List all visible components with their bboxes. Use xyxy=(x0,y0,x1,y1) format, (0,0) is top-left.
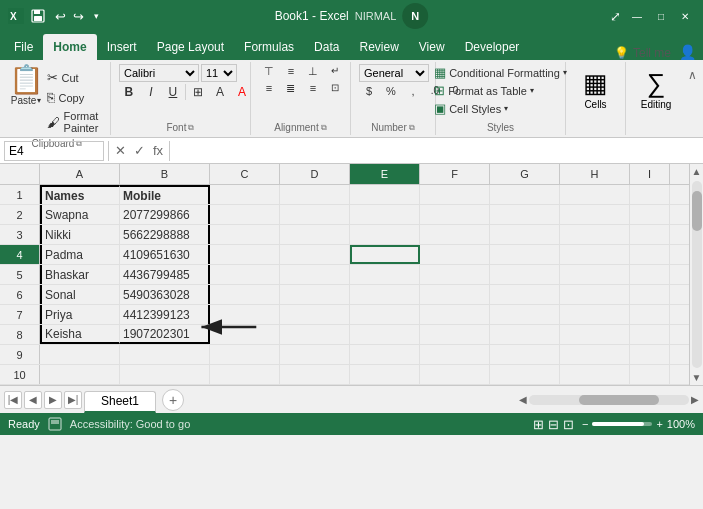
editing-main-btn[interactable]: ∑ Editing xyxy=(633,64,680,114)
cell-A6[interactable]: Sonal xyxy=(40,285,120,304)
tab-view[interactable]: View xyxy=(409,34,455,60)
cell-G2[interactable] xyxy=(490,205,560,224)
page-layout-view-btn[interactable]: ⊟ xyxy=(548,417,559,432)
cell-I10[interactable] xyxy=(630,365,670,384)
cell-H4[interactable] xyxy=(560,245,630,264)
format-painter-btn[interactable]: 🖌 Format Painter xyxy=(43,108,110,136)
sheet-tab-sheet1[interactable]: Sheet1 xyxy=(84,391,156,413)
cell-B2[interactable]: 2077299866 xyxy=(120,205,210,224)
font-color-btn[interactable]: A xyxy=(232,84,252,100)
currency-btn[interactable]: $ xyxy=(359,84,379,98)
middle-align-btn[interactable]: ≡ xyxy=(281,64,301,79)
minimize-btn[interactable]: — xyxy=(627,6,647,26)
cell-B6[interactable]: 5490363028 xyxy=(120,285,210,304)
font-size-select[interactable]: 11 xyxy=(201,64,237,82)
cell-A8[interactable]: Keisha xyxy=(40,325,120,344)
tell-me-box[interactable]: 💡 Tell me xyxy=(606,46,679,60)
cell-F3[interactable] xyxy=(420,225,490,244)
tab-insert[interactable]: Insert xyxy=(97,34,147,60)
cell-B3[interactable]: 5662298888 xyxy=(120,225,210,244)
cell-I8[interactable] xyxy=(630,325,670,344)
row-header-2[interactable]: 2 xyxy=(0,205,40,224)
profile-avatar[interactable]: N xyxy=(402,3,428,29)
normal-view-btn[interactable]: ⊞ xyxy=(533,417,544,432)
cell-F1[interactable] xyxy=(420,185,490,204)
add-sheet-btn[interactable]: + xyxy=(162,389,184,411)
cell-C5[interactable] xyxy=(210,265,280,284)
cell-G3[interactable] xyxy=(490,225,560,244)
cell-C1[interactable] xyxy=(210,185,280,204)
cell-D1[interactable] xyxy=(280,185,350,204)
cell-B9[interactable] xyxy=(120,345,210,364)
close-btn[interactable]: ✕ xyxy=(675,6,695,26)
cell-I5[interactable] xyxy=(630,265,670,284)
wrap-text-btn[interactable]: ↵ xyxy=(325,64,345,79)
col-header-e[interactable]: E xyxy=(350,164,420,184)
row-header-4[interactable]: 4 xyxy=(0,245,40,264)
zoom-slider[interactable] xyxy=(592,422,652,426)
merge-btn[interactable]: ⊡ xyxy=(325,81,345,96)
cell-C6[interactable] xyxy=(210,285,280,304)
undo-btn[interactable]: ↩ xyxy=(52,8,68,24)
row-header-6[interactable]: 6 xyxy=(0,285,40,304)
cell-E5[interactable] xyxy=(350,265,420,284)
cell-G7[interactable] xyxy=(490,305,560,324)
cell-G9[interactable] xyxy=(490,345,560,364)
sheet-nav-prev[interactable]: ◀ xyxy=(24,391,42,409)
sheet-nav-next[interactable]: ▶ xyxy=(44,391,62,409)
tab-data[interactable]: Data xyxy=(304,34,349,60)
copy-btn[interactable]: ⎘ Copy xyxy=(43,88,110,107)
cell-G1[interactable] xyxy=(490,185,560,204)
conditional-formatting-btn[interactable]: ▦ Conditional Formatting ▾ xyxy=(430,64,571,81)
alignment-expand-icon[interactable]: ⧉ xyxy=(321,123,327,133)
cell-C9[interactable] xyxy=(210,345,280,364)
cell-styles-btn[interactable]: ▣ Cell Styles ▾ xyxy=(430,100,571,117)
cell-I1[interactable] xyxy=(630,185,670,204)
cell-E9[interactable] xyxy=(350,345,420,364)
cell-E8[interactable] xyxy=(350,325,420,344)
row-header-3[interactable]: 3 xyxy=(0,225,40,244)
cell-I7[interactable] xyxy=(630,305,670,324)
comma-btn[interactable]: , xyxy=(403,84,423,98)
row-header-5[interactable]: 5 xyxy=(0,265,40,284)
cell-E7[interactable] xyxy=(350,305,420,324)
cell-G5[interactable] xyxy=(490,265,560,284)
cell-B1[interactable]: Mobile xyxy=(120,185,210,204)
row-header-9[interactable]: 9 xyxy=(0,345,40,364)
cell-G8[interactable] xyxy=(490,325,560,344)
scroll-v-thumb[interactable] xyxy=(692,191,702,231)
cell-F8[interactable] xyxy=(420,325,490,344)
col-header-d[interactable]: D xyxy=(280,164,350,184)
fill-color-btn[interactable]: A xyxy=(210,84,230,100)
scroll-right-btn[interactable]: ▶ xyxy=(691,394,699,405)
maximize-btn[interactable]: □ xyxy=(651,6,671,26)
italic-btn[interactable]: I xyxy=(141,84,161,100)
bold-btn[interactable]: B xyxy=(119,84,139,100)
col-header-h[interactable]: H xyxy=(560,164,630,184)
cell-F6[interactable] xyxy=(420,285,490,304)
scroll-h-thumb[interactable] xyxy=(579,395,659,405)
border-btn[interactable]: ⊞ xyxy=(188,84,208,100)
cell-H2[interactable] xyxy=(560,205,630,224)
cell-I9[interactable] xyxy=(630,345,670,364)
col-header-i[interactable]: I xyxy=(630,164,670,184)
cell-H3[interactable] xyxy=(560,225,630,244)
cell-A10[interactable] xyxy=(40,365,120,384)
scroll-up-btn[interactable]: ▲ xyxy=(690,164,703,179)
cell-A9[interactable] xyxy=(40,345,120,364)
cell-F7[interactable] xyxy=(420,305,490,324)
tab-formulas[interactable]: Formulas xyxy=(234,34,304,60)
row-header-10[interactable]: 10 xyxy=(0,365,40,384)
right-align-btn[interactable]: ≡ xyxy=(303,81,323,96)
cell-G6[interactable] xyxy=(490,285,560,304)
cell-D4[interactable] xyxy=(280,245,350,264)
cell-A5[interactable]: Bhaskar xyxy=(40,265,120,284)
cell-D2[interactable] xyxy=(280,205,350,224)
cell-C8[interactable] xyxy=(210,325,280,344)
cell-E2[interactable] xyxy=(350,205,420,224)
cell-D6[interactable] xyxy=(280,285,350,304)
format-as-table-btn[interactable]: ⊞ Format as Table ▾ xyxy=(430,82,571,99)
cancel-formula-btn[interactable]: ✕ xyxy=(113,143,128,158)
share-icon[interactable]: 👤 xyxy=(679,44,695,60)
col-header-g[interactable]: G xyxy=(490,164,560,184)
